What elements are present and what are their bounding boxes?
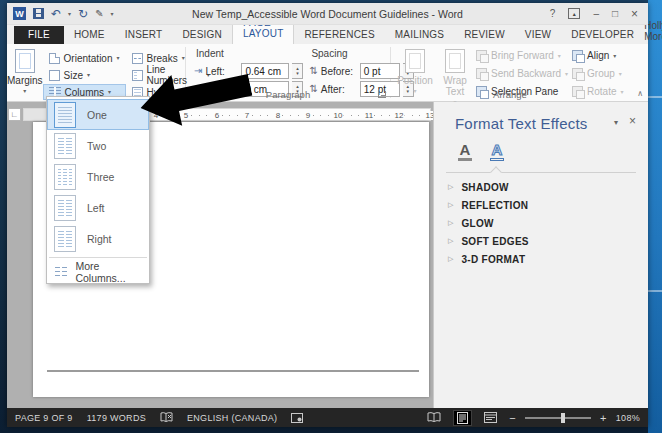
zoom-slider-thumb[interactable] (561, 413, 565, 423)
one-column-icon (54, 102, 76, 128)
spacing-before-icon: ⇅ (309, 66, 317, 76)
section-3d-format[interactable]: ▷ 3-D FORMAT (448, 250, 638, 268)
save-icon[interactable] (33, 8, 44, 19)
left-column-icon (54, 195, 76, 221)
columns-option-three[interactable]: Three (47, 161, 149, 192)
tab-design[interactable]: DESIGN (172, 26, 232, 44)
collapse-ribbon-button[interactable]: ∧ (637, 89, 643, 98)
ribbon-display-options-button[interactable]: ▴ (568, 8, 580, 19)
chevron-down-icon: ▾ (87, 72, 90, 78)
word-logo-icon: W (13, 7, 26, 20)
web-layout-button[interactable] (481, 411, 500, 424)
columns-option-two[interactable]: Two (47, 130, 149, 161)
more-columns-item[interactable]: More Columns... (47, 261, 149, 283)
tab-file[interactable]: FILE (14, 26, 64, 44)
line-numbers-icon (132, 70, 143, 81)
language-indicator[interactable]: ENGLISH (CANADA) (187, 413, 277, 423)
position-icon (405, 49, 425, 73)
group-icon (572, 68, 583, 79)
align-button[interactable]: Align ▾ (572, 47, 623, 64)
group-arrange: Position ▾ Wrap Text ▾ Bring Forward ▾ (391, 44, 629, 101)
pane-title: Format Text Effects (455, 115, 587, 132)
close-button[interactable]: × (631, 7, 638, 21)
bring-forward-button[interactable]: Bring Forward ▾ (476, 47, 568, 64)
group-button[interactable]: Group ▾ (572, 65, 623, 82)
redo-icon[interactable]: ↻ (78, 8, 88, 20)
columns-option-right[interactable]: Right (47, 223, 149, 254)
zoom-out-button[interactable]: − (509, 412, 516, 424)
text-effects-tab[interactable]: A (484, 139, 510, 165)
desktop-background: New Temp_Accessible Word Document Guidel… (0, 0, 662, 433)
tab-insert[interactable]: INSERT (115, 26, 173, 44)
chevron-down-icon: ▾ (108, 89, 111, 95)
arrange-group-label: Arrange (391, 89, 629, 100)
wrap-text-icon (445, 49, 465, 73)
chevron-down-icon: ▾ (565, 71, 568, 77)
columns-option-left[interactable]: Left (47, 192, 149, 223)
touch-mode-icon[interactable]: ✎ (95, 8, 103, 20)
tab-developer[interactable]: DEVELOPER (561, 26, 644, 44)
expand-icon: ▷ (448, 255, 453, 263)
zoom-in-button[interactable]: + (600, 412, 607, 424)
undo-icon[interactable]: ↶ (51, 8, 61, 20)
expand-icon: ▷ (448, 237, 453, 245)
margins-button[interactable]: Margins ▾ (7, 47, 43, 101)
expand-icon: ▷ (448, 201, 453, 209)
text-fill-outline-tab[interactable]: A (452, 139, 478, 165)
chevron-down-icon: ▾ (558, 53, 561, 59)
text-fill-icon: A (460, 143, 471, 157)
read-mode-button[interactable] (424, 411, 444, 424)
proofing-icon[interactable] (160, 412, 173, 423)
chevron-down-icon: ▾ (23, 88, 26, 94)
pane-close-icon[interactable]: × (629, 114, 636, 128)
quick-access-toolbar: W ↶ ▾ ↻ ✎ ▾ (7, 7, 114, 20)
print-layout-button[interactable] (453, 410, 472, 426)
maximize-button[interactable]: □ (612, 8, 618, 19)
bring-forward-icon (476, 50, 487, 61)
orientation-icon (49, 53, 60, 64)
pane-options-icon[interactable]: ▾ (614, 118, 618, 127)
section-glow[interactable]: ▷ GLOW (448, 214, 638, 232)
indent-left-spinner[interactable]: ▴▾ (292, 63, 303, 79)
send-backward-button[interactable]: Send Backward ▾ (476, 65, 568, 82)
undo-dropdown-icon[interactable]: ▾ (68, 10, 71, 17)
three-columns-icon (54, 164, 76, 190)
desktop-right-strip (648, 0, 662, 433)
section-reflection[interactable]: ▷ REFLECTION (448, 196, 638, 214)
tab-stop-selector[interactable]: ∟ (8, 108, 21, 121)
help-button[interactable]: ? (550, 8, 556, 19)
qat-customize-icon[interactable]: ▾ (111, 10, 114, 17)
chevron-down-icon: ▾ (117, 55, 120, 61)
chevron-down-icon: ▾ (619, 71, 622, 77)
section-shadow[interactable]: ▷ SHADOW (448, 178, 638, 196)
chevron-down-icon: ▾ (613, 53, 616, 59)
columns-option-one[interactable]: One (47, 99, 149, 130)
tab-home[interactable]: HOME (64, 26, 115, 44)
section-soft-edges[interactable]: ▷ SOFT EDGES (448, 232, 638, 250)
indent-header: Indent (194, 47, 303, 62)
title-bar: New Temp_Accessible Word Document Guidel… (7, 3, 648, 25)
orientation-button[interactable]: Orientation ▾ (43, 50, 126, 66)
breaks-icon (132, 53, 143, 64)
page-indicator[interactable]: PAGE 9 OF 9 (15, 413, 73, 423)
format-text-effects-pane: Format Text Effects ▾ × A A ▷ SHADOW (433, 102, 648, 408)
paragraph-dialog-launcher[interactable] (378, 90, 386, 98)
window-controls: ? ▴ – □ × (550, 7, 648, 21)
tab-mailings[interactable]: MAILINGS (385, 26, 454, 44)
tab-review[interactable]: REVIEW (454, 26, 515, 44)
right-column-icon (54, 226, 76, 252)
zoom-slider[interactable] (525, 417, 591, 419)
size-icon (49, 70, 60, 81)
zoom-level[interactable]: 108% (616, 413, 640, 423)
expand-icon: ▷ (448, 219, 453, 227)
text-effects-icon: A (492, 143, 503, 157)
macro-recording-icon[interactable] (291, 413, 303, 423)
tab-view[interactable]: VIEW (515, 26, 561, 44)
size-button[interactable]: Size ▾ (43, 67, 126, 83)
word-count[interactable]: 1179 WORDS (87, 413, 146, 423)
send-backward-icon (476, 68, 487, 79)
minimize-button[interactable]: – (593, 8, 599, 19)
pane-separator (446, 172, 636, 173)
align-icon (572, 50, 583, 61)
tab-references[interactable]: REFERENCES (294, 26, 384, 44)
